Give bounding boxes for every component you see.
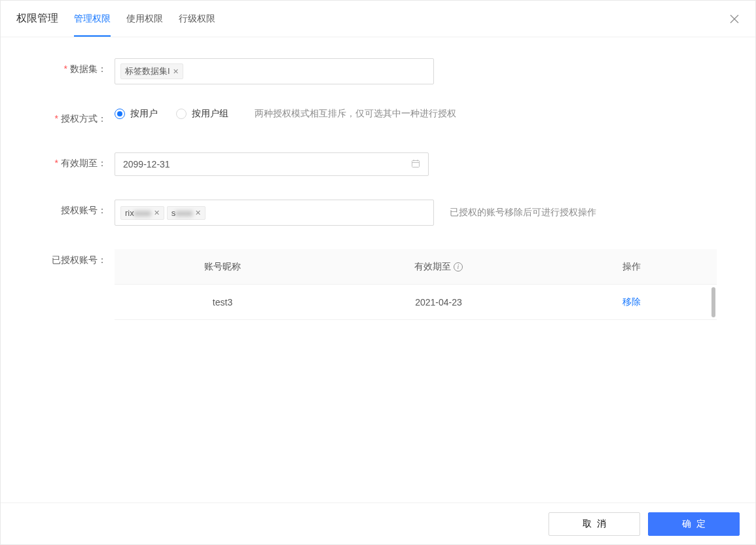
dataset-tag-input[interactable]: 标签数据集I ✕: [115, 58, 434, 84]
tag-remove-icon[interactable]: ✕: [195, 209, 201, 217]
cell-valid-until: 2021-04-23: [331, 297, 547, 308]
remove-link[interactable]: 移除: [622, 296, 641, 307]
dialog-footer: 取消 确定: [1, 502, 755, 544]
col-nickname: 账号昵称: [115, 261, 331, 273]
auth-method-radio-group: 按用户 按用户组: [115, 108, 228, 120]
row-valid-until: 有效期至： 2099-12-31: [16, 152, 740, 176]
auth-method-hint: 两种授权模式相互排斥，仅可选其中一种进行授权: [255, 108, 456, 120]
dataset-label: 数据集：: [16, 58, 115, 79]
col-label: 有效期至: [414, 261, 451, 273]
auth-account-hint: 已授权的账号移除后可进行授权操作: [450, 207, 596, 219]
tag-remove-icon[interactable]: ✕: [154, 209, 160, 217]
svg-rect-2: [412, 160, 420, 167]
dialog-header: 权限管理 管理权限 使用权限 行级权限: [1, 1, 755, 37]
col-action: 操作: [547, 261, 717, 273]
auth-account-tag-input[interactable]: rixxxxx ✕ sxxxx ✕: [115, 200, 434, 226]
tab-label: 行级权限: [179, 13, 215, 25]
tab-label: 使用权限: [126, 13, 163, 25]
valid-until-input[interactable]: 2099-12-31: [115, 152, 429, 176]
table-scrollbar[interactable]: [711, 287, 715, 317]
authorized-account-table: 账号昵称 有效期至 i 操作 test3 2021-04-23 移除: [115, 249, 717, 320]
account-tag: sxxxx ✕: [167, 206, 206, 220]
tag-text: rixxxxx: [125, 208, 151, 218]
cell-action: 移除: [547, 296, 717, 308]
dataset-tag: 标签数据集I ✕: [120, 63, 183, 79]
close-icon[interactable]: [729, 14, 740, 24]
auth-method-label: 授权方式：: [16, 108, 115, 129]
row-auth-account: 授权账号： rixxxxx ✕ sxxxx ✕ 已授权的账号移除后可进行授权操作: [16, 200, 740, 226]
tab-row-permission[interactable]: 行级权限: [179, 1, 215, 37]
tab-list: 管理权限 使用权限 行级权限: [74, 1, 215, 37]
radio-label: 按用户组: [192, 108, 228, 120]
row-authorized-account: 已授权账号： 账号昵称 有效期至 i 操作 test3 2021-04-23: [16, 249, 740, 320]
tab-manage-permission[interactable]: 管理权限: [74, 1, 111, 37]
table-row: test3 2021-04-23 移除: [115, 285, 717, 320]
row-auth-method: 授权方式： 按用户 按用户组 两种授权模式相互排斥，仅可选其中一种进行授权: [16, 108, 740, 129]
radio-icon: [176, 109, 187, 119]
radio-by-user-group[interactable]: 按用户组: [176, 108, 228, 120]
radio-by-user[interactable]: 按用户: [115, 108, 158, 120]
auth-account-label: 授权账号：: [16, 200, 115, 220]
tab-use-permission[interactable]: 使用权限: [126, 1, 163, 37]
authorized-account-label: 已授权账号：: [16, 249, 115, 270]
valid-until-label: 有效期至：: [16, 152, 115, 173]
tag-remove-icon[interactable]: ✕: [173, 68, 179, 75]
radio-icon: [115, 109, 125, 119]
tag-text: sxxxx: [171, 208, 193, 218]
tag-text: 标签数据集I: [125, 65, 170, 77]
col-valid-until: 有效期至 i: [331, 261, 547, 273]
info-icon[interactable]: i: [454, 262, 463, 272]
table-header: 账号昵称 有效期至 i 操作: [115, 249, 717, 285]
date-value: 2099-12-31: [123, 159, 170, 169]
radio-label: 按用户: [130, 108, 158, 120]
dialog-content: 数据集： 标签数据集I ✕ 授权方式： 按用户 按用户组: [1, 37, 755, 320]
dialog-title: 权限管理: [16, 12, 58, 26]
row-dataset: 数据集： 标签数据集I ✕: [16, 58, 740, 84]
cancel-button[interactable]: 取消: [549, 512, 640, 536]
tab-label: 管理权限: [74, 13, 111, 25]
cell-nickname: test3: [115, 297, 331, 308]
account-tag: rixxxxx ✕: [120, 206, 164, 220]
calendar-icon: [411, 159, 420, 170]
confirm-button[interactable]: 确定: [648, 512, 740, 536]
